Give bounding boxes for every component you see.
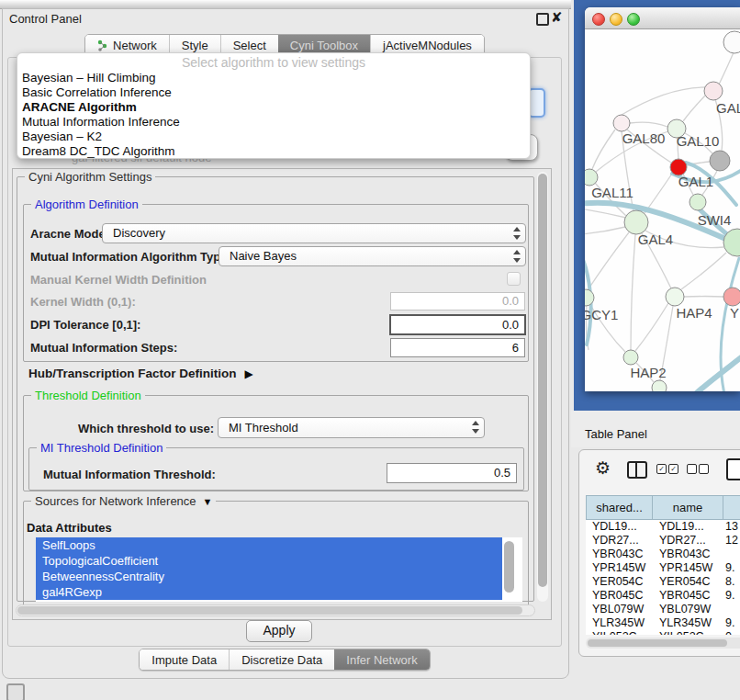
settings-vertical-scrollbar-thumb[interactable] [538,174,547,587]
network-node-gal11[interactable] [585,169,598,186]
select-all-icon[interactable]: ✓ [656,464,667,474]
table-row[interactable]: YBR045CYBR045C9. [586,589,740,603]
node-label: GCY1 [585,307,618,322]
new-table-icon[interactable] [726,458,740,480]
kernel-width-label: Kernel Width (0,1): [30,295,136,309]
network-node-gal[interactable] [704,82,723,100]
close-panel-icon[interactable]: ✘ [551,9,563,26]
sources-title[interactable]: Sources for Network Inference▼ [31,494,216,508]
minimize-window-icon[interactable] [610,13,622,26]
table-row[interactable]: YLR345WYLR345W9. [586,616,740,630]
table-header-row: shared...name [586,495,740,520]
network-canvas[interactable]: GALGAL80GAL10GAL1GAL11GAL4SWI4GCY1HAP4YH… [585,28,740,391]
network-edge [588,232,629,290]
network-edge [645,174,672,213]
select-all-icon[interactable]: ✓ [668,464,678,474]
table-cell: YBR045C [653,589,723,603]
gear-icon[interactable]: ⚙ [595,457,611,479]
attributes-list-scrollbar[interactable] [504,541,514,593]
algorithm-option[interactable]: Mutual Information Inference [17,115,530,130]
network-node-hap2[interactable] [623,350,638,365]
data-attributes-list[interactable]: SelfLoopsTopologicalCoefficientBetweenne… [36,537,522,602]
close-window-icon[interactable] [592,13,605,26]
attribute-item-selected[interactable]: gal4RGexp [36,584,502,600]
table-cell: 0. [723,630,740,635]
table-cell: 9. [723,589,740,603]
table-cell: YER054C [586,575,653,589]
node-label: Y [730,305,739,321]
column-header[interactable] [723,495,740,520]
mi-type-combo[interactable]: Naive Bayes [219,246,526,266]
network-node[interactable] [723,31,740,53]
algorithm-option[interactable]: Bayesian – K2 [17,130,530,144]
table-cell: YDR27... [653,534,723,548]
table-row[interactable]: YER054CYER054C8. [586,575,740,589]
deselect-all-icon[interactable] [687,464,697,474]
column-header[interactable]: shared... [586,495,653,520]
mi-threshold-field[interactable]: 0.5 [387,463,517,483]
algorithm-dropdown-popup: Select algorithm to view settings Bayesi… [17,52,531,159]
network-node-y[interactable] [723,288,740,306]
table-cell: YER054C [653,575,723,589]
network-edge [681,253,726,289]
algorithm-option[interactable]: Bayesian – Hill Climbing [17,71,530,85]
control-panel-title: Control Panel [9,12,82,26]
network-node-gal80[interactable] [613,115,630,131]
network-edge [585,227,625,234]
table-cell: YLR345W [586,616,653,630]
table-row[interactable]: YIL052CYIL052C0. [586,630,740,635]
algorithm-option[interactable]: ARACNE Algorithm [17,100,530,115]
table-cell: YDR27... [586,534,653,548]
which-threshold-combo[interactable]: MI Threshold [218,417,485,438]
algorithm-placeholder: Select algorithm to view settings [17,55,530,71]
dpi-tolerance-field[interactable]: 0.0 [389,314,526,335]
algorithm-list: Bayesian – Hill ClimbingBasic Correlatio… [17,71,530,159]
manual-kernel-checkbox[interactable] [507,272,521,286]
group-title: Cyni Algorithm Settings [25,170,155,184]
table-row[interactable]: YDR27...YDR27...12 [586,534,740,548]
node-label: HAP4 [676,305,712,321]
table-row[interactable]: YDL19...YDL19...13 [586,520,740,534]
network-window-titlebar[interactable] [585,7,740,29]
panel-toggle-button[interactable] [6,683,25,700]
apply-button[interactable]: Apply [246,620,312,642]
bottom-tab-bar: Impute Data Discretize Data Infer Networ… [0,649,569,671]
mi-steps-field[interactable]: 6 [390,338,525,357]
table-cell: 9. [723,561,740,575]
tab-infer-network[interactable]: Infer Network [334,649,429,670]
network-edge [719,52,734,85]
column-header[interactable]: name [653,495,723,520]
table-row[interactable]: YBL079WYBL079W [586,603,740,616]
table-horizontal-scrollbar-thumb[interactable] [588,639,727,647]
attribute-item-selected[interactable]: TopologicalCoefficient [36,553,502,569]
tab-discretize-data[interactable]: Discretize Data [229,649,334,670]
table-cell: YIL052C [653,630,723,635]
algorithm-option[interactable]: Dream8 DC_TDC Algorithm [17,144,530,159]
node-label: SWI4 [698,212,732,228]
hub-definition-toggle[interactable]: Hub/Transcription Factor Definition▶ [28,367,253,380]
deselect-all-icon[interactable] [699,464,709,474]
table-cell: YBR045C [586,589,653,603]
table-cell: YPR145W [586,561,653,575]
table-row[interactable]: YBR043CYBR043C [586,548,740,561]
split-columns-icon[interactable] [627,461,647,479]
table-row[interactable]: YPR145WYPR145W9. [586,561,740,575]
network-node[interactable] [710,151,730,171]
zoom-window-icon[interactable] [627,13,640,26]
attribute-item-selected[interactable]: SelfLoops [36,537,502,553]
network-node[interactable] [652,380,667,391]
attribute-item-selected[interactable]: BetweennessCentrality [36,569,502,584]
node-label: GAL11 [591,185,633,200]
table-cell: YPR145W [653,561,723,575]
settings-horizontal-scrollbar-thumb[interactable] [17,606,522,615]
network-node-hap4[interactable] [666,288,684,306]
network-edge [630,122,667,127]
kernel-width-field[interactable]: 0.0 [390,292,525,310]
algorithm-option[interactable]: Basic Correlation Inference [17,85,530,100]
tab-impute-data[interactable]: Impute Data [140,649,229,670]
network-edge [684,297,723,298]
aracne-mode-combo[interactable]: Discovery [102,223,526,243]
network-node-gal1[interactable] [690,194,706,210]
network-edge-highlighted [693,352,740,391]
float-panel-icon[interactable] [536,13,549,26]
